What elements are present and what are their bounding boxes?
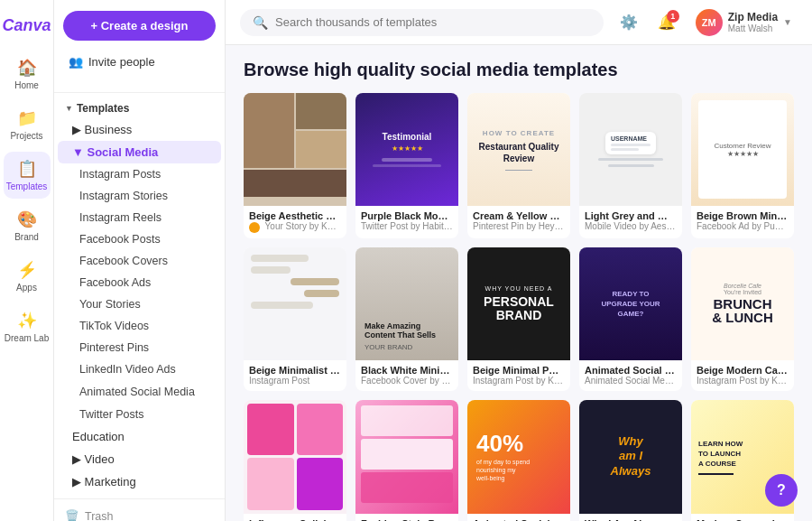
template-card[interactable]: Beige Aesthetic Social... Your Story by … [244,93,346,238]
card-subtitle: Facebook Cover by Kristin ... [361,376,453,386]
dreamlab-icon: ✨ [17,311,37,330]
nav-dreamlab-label: Dream Lab [5,333,49,343]
topbar-right: ⚙️ 🔔 1 ZM Zip Media Matt Walsh ▼ [614,5,798,40]
card-title: Modern Course La... [697,518,789,521]
nav-projects[interactable]: 📁 Projects [4,101,51,148]
video-label: ▶ Video [72,452,115,466]
card-subtitle: Your Story by Katarzyna Ta... [249,221,341,232]
card-subtitle: Instagram Post by Kinley C... [697,376,789,386]
card-title: Light Grey and White ... [585,210,677,221]
user-menu[interactable]: ZM Zip Media Matt Walsh ▼ [690,5,798,40]
card-subtitle: Pinterest Pin by HeyHi Cre... [473,221,565,231]
social-media-label: ▼ Social Media [72,145,158,159]
nav-apps[interactable]: ⚡ Apps [4,253,51,300]
your-stories-item[interactable]: Your Stories [58,293,221,315]
template-card[interactable]: Make AmazingContent That Sells YOUR BRAN… [355,247,458,391]
template-card[interactable]: 40% of my day to spendnourishing mywell-… [467,400,570,521]
template-card[interactable]: Beige Minimalist Chat... Instagram Post [244,247,346,391]
home-icon: 🏠 [17,58,37,78]
pinterest-pins-item[interactable]: Pinterest Pins [58,337,221,358]
animated-social-item[interactable]: Animated Social Media [58,380,221,404]
template-card[interactable]: Testimonial ★★★★★ Purple Black Modern T.… [355,93,458,238]
trash-icon: 🗑️ [65,509,79,521]
search-bar[interactable]: 🔍 [240,9,604,36]
template-card[interactable]: READY TOUPGRADE YOURGAME? Animated Socia… [579,247,682,391]
search-input[interactable] [275,15,591,29]
invite-btn-label: Invite people [88,55,155,69]
brand-icon: 🎨 [17,209,37,229]
trash-item[interactable]: 🗑️ Trash [54,505,225,521]
card-title: Beige Minimal Photo ... [473,365,565,376]
card-subtitle: Facebook Ad by Publisher ... [697,221,789,231]
twitter-posts-item[interactable]: Twitter Posts [58,404,221,425]
logo-text: Canva [2,16,51,35]
card-subtitle: Animated Social Media by ... [585,376,677,386]
nav-brand-label: Brand [14,232,39,242]
template-card[interactable]: Customer Review ★★★★★ Beige Brown Minima… [691,93,794,238]
templates-chevron: ▼ [65,104,73,113]
instagram-posts-item[interactable]: Instagram Posts [58,163,221,185]
user-name: Zip Media [728,11,778,23]
invite-people-button[interactable]: 👥 Invite people [63,50,216,74]
nav-home-label: Home [14,80,39,90]
education-label: Education [72,430,125,443]
nav-apps-label: Apps [16,283,37,293]
notification-badge: 1 [667,10,679,23]
main-content: 🔍 ⚙️ 🔔 1 ZM Zip Media Matt Walsh ▼ Brows… [226,0,812,521]
card-title: Fashion Style Brand M... [361,518,453,521]
app-logo[interactable]: Canva [4,7,51,43]
card-title: Animated Social Medi... [473,518,565,521]
sidebar-divider [54,92,225,93]
templates-section-label: Templates [77,102,129,115]
card-title: Beige Aesthetic Social... [249,210,341,221]
avatar: ZM [696,9,723,36]
nav-projects-label: Projects [10,131,42,141]
notifications-button[interactable]: 🔔 1 [652,8,681,37]
content-area: Browse high quality social media templat… [226,45,812,521]
create-design-button[interactable]: + Create a design [63,11,216,41]
nav-templates[interactable]: 📋 Templates [4,152,51,199]
template-card[interactable]: Borcelle Cafe You're Invited BRUNCH& LUN… [691,247,794,391]
card-subtitle: Twitter Post by Habitats ... [361,221,453,231]
facebook-posts-item[interactable]: Facebook Posts [58,228,221,250]
card-subtitle: Instagram Post [249,376,341,386]
card-subtitle: Instagram Post by Kinley C... [473,376,565,386]
card-title: Purple Black Modern T... [361,210,453,221]
template-card[interactable]: Influencer Collaborati... LinkedIn Video… [244,400,346,521]
marketing-section[interactable]: ▶ Marketing [58,470,221,493]
templates-section-header[interactable]: ▼ Templates [54,98,225,118]
template-card[interactable]: Whyam IAlways Why I Am Always Social Med… [579,400,682,521]
nav-templates-label: Templates [6,181,48,191]
bottom-divider [54,498,225,499]
card-title: Beige Brown Minimali... [697,210,789,221]
nav-home[interactable]: 🏠 Home [4,51,51,98]
instagram-reels-item[interactable]: Instagram Reels [58,207,221,228]
template-card[interactable]: How to Create Restaurant QualityReview C… [467,93,570,238]
nav-strip: Canva 🏠 Home 📁 Projects 📋 Templates 🎨 Br… [0,0,54,521]
facebook-ads-item[interactable]: Facebook Ads [58,272,221,293]
education-section[interactable]: Education [58,425,221,448]
video-section[interactable]: ▶ Video [58,448,221,470]
settings-button[interactable]: ⚙️ [614,8,643,37]
business-section[interactable]: ▶ Business [58,118,221,141]
panel-sidebar: + Create a design 👥 Invite people ▼ Temp… [54,0,226,521]
trash-label: Trash [85,510,114,521]
social-media-section[interactable]: ▼ Social Media [58,141,221,163]
nav-brand[interactable]: 🎨 Brand [4,202,51,249]
instagram-stories-item[interactable]: Instagram Stories [58,185,221,207]
help-button[interactable]: ? [765,474,798,507]
projects-icon: 📁 [17,108,37,128]
card-subtitle: Mobile Video by Aesthetic ... [585,221,677,231]
user-chevron-icon: ▼ [783,17,792,27]
template-card[interactable]: WHY YOU NEED A PERSONALBRAND Beige Minim… [467,247,570,391]
invite-icon: 👥 [69,55,83,69]
tiktok-videos-item[interactable]: TikTok Videos [58,315,221,337]
facebook-covers-item[interactable]: Facebook Covers [58,250,221,272]
card-title: Animated Social Medi... [585,365,677,376]
template-card[interactable]: Fashion Style Brand M... Twitter Post by… [355,400,458,521]
template-card[interactable]: USERNAME Light Grey and White ... Mobile… [579,93,682,238]
apps-icon: ⚡ [17,260,37,280]
nav-dreamlab[interactable]: ✨ Dream Lab [4,303,51,350]
linkedin-video-ads-item[interactable]: LinkedIn Video Ads [58,358,221,380]
business-label: ▶ Business [72,123,132,136]
